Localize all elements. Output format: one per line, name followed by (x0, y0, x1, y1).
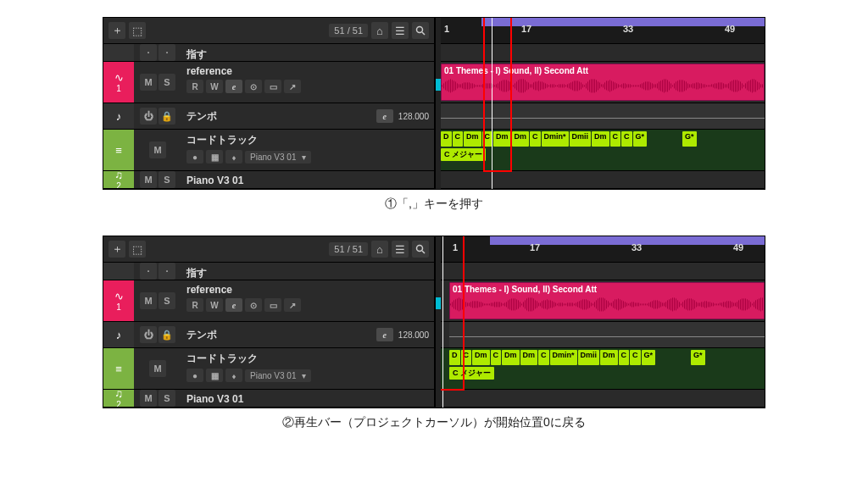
write-button[interactable]: W (206, 80, 223, 93)
power-button[interactable]: ⏻ (140, 108, 157, 125)
track-row-piano[interactable]: ♫2 MS Piano V3 01 (103, 171, 434, 189)
tempo-clip[interactable] (441, 103, 765, 129)
lane-tempo[interactable] (441, 103, 765, 130)
mute-button[interactable]: M (140, 74, 157, 91)
record-button[interactable]: ● (186, 150, 203, 164)
list-icon[interactable]: ☰ (392, 241, 409, 258)
add-track-button[interactable]: ＋ (108, 22, 125, 39)
chord-event[interactable]: Dmin* (542, 131, 569, 147)
tempo-value[interactable]: 128.000 (398, 112, 429, 121)
solo-button[interactable]: S (159, 74, 175, 91)
send-button[interactable]: ↗ (284, 80, 301, 93)
add-track-button[interactable]: ＋ (108, 241, 125, 258)
lane-reference[interactable]: 01 Themes - I) Sound, II) Second Att (441, 62, 765, 103)
chord-event[interactable]: Dm (472, 350, 490, 365)
chord-event[interactable]: C (538, 350, 549, 365)
scale-label[interactable]: C メジャー (441, 148, 486, 161)
read-button[interactable]: R (186, 80, 203, 93)
chord-event[interactable]: Dm (520, 350, 538, 365)
search-button[interactable] (412, 22, 429, 39)
chord-event[interactable]: Dm (464, 131, 481, 147)
chord-event[interactable]: Dm (512, 131, 530, 147)
chord-event[interactable]: C (619, 350, 630, 365)
folder-button[interactable]: ⬚ (129, 241, 146, 258)
lane-reference[interactable]: 01 Themes - I) Sound, II) Second Att (441, 280, 765, 322)
grid-button[interactable]: ▦ (206, 150, 223, 164)
lane-chord[interactable]: DCDmCDmDmCDmin*DmiiDmCCG*G* C メジャー (441, 348, 765, 390)
chord-event[interactable]: C (621, 131, 632, 147)
lane-piano[interactable] (441, 171, 765, 189)
insert-button[interactable]: ⊙ (245, 80, 262, 93)
scale-label[interactable]: C メジャー (449, 367, 494, 380)
chord-event[interactable]: Dm (493, 131, 511, 147)
ruler[interactable]: 1 17 33 49 (441, 18, 765, 44)
keys-icon: ♫ (114, 390, 123, 400)
arrange-area[interactable]: 1 17 33 49 01 Themes - I) Sound, II) Sec… (441, 236, 765, 408)
mute-button[interactable]: M (140, 171, 157, 188)
home-icon[interactable]: ⌂ (371, 22, 388, 39)
search-icon (415, 244, 426, 254)
track-header[interactable]: ♪ (103, 103, 134, 129)
lane[interactable] (441, 44, 765, 62)
audio-clip[interactable]: 01 Themes - I) Sound, II) Second Att (449, 282, 765, 319)
eq-button[interactable]: ▭ (264, 80, 281, 93)
track-row-chord[interactable]: ≡ M コードトラック ● ▦ ⬧ Piano V3 01▾ (103, 348, 434, 390)
track-row-tempo[interactable]: ♪ ⏻🔒 テンポ e 128.000 (103, 322, 434, 348)
audio-clip[interactable]: 01 Themes - I) Sound, II) Second Att (441, 64, 765, 101)
lane-chord[interactable]: DCDmCDmDmCDmin*DmiiDmCCG*G* C メジャー (441, 130, 765, 171)
solo-button[interactable]: S (159, 292, 175, 309)
chord-event[interactable]: Dm (502, 350, 520, 365)
edit-button[interactable]: e (376, 109, 393, 123)
instrument-select[interactable]: Piano V3 01▾ (245, 151, 311, 164)
chord-event[interactable]: G* (633, 131, 648, 147)
lane-tempo[interactable] (441, 322, 765, 348)
search-button[interactable] (412, 241, 429, 258)
bar-marker: 1 (444, 24, 449, 34)
chord-event[interactable]: G* (691, 350, 705, 365)
ruler[interactable]: 1 17 33 49 (441, 236, 765, 263)
mute-button[interactable]: M (140, 292, 157, 309)
chord-event[interactable]: D (449, 350, 460, 365)
track-row-reference[interactable]: ∿1 MS reference R W e ⊙ ▭ ↗ (103, 280, 434, 322)
chord-event[interactable]: Dm (600, 350, 618, 365)
caption-1: ①「,」キーを押す (0, 197, 868, 212)
chord-event[interactable]: C (530, 131, 541, 147)
toolbar: ＋ ⬚ 51 / 51 ⌂ ☰ (103, 18, 434, 44)
mute-button[interactable]: · (140, 44, 157, 61)
chord-event[interactable]: C (610, 131, 621, 147)
mute-button[interactable]: M (149, 141, 166, 158)
track-row-chord[interactable]: ≡ M コードトラック ● ▦ ⬧ Piano V3 01▾ (103, 130, 434, 171)
solo-button[interactable]: · (159, 44, 175, 61)
track-row[interactable]: ·· 指す (103, 44, 434, 62)
track-row[interactable]: ·· 指す (103, 263, 434, 280)
svg-point-2 (417, 246, 423, 252)
track-row-piano[interactable]: ♫2 MS Piano V3 01 (103, 390, 434, 408)
track-row-reference[interactable]: ∿1 MS reference R W e ⊙ ▭ ↗ (103, 62, 434, 103)
arrange-area[interactable]: 1 17 33 49 01 Themes - I) Sound, II) Sec… (441, 18, 765, 189)
chord-event[interactable]: G* (682, 131, 697, 147)
chord-event[interactable]: Dmii (570, 131, 592, 147)
track-header[interactable]: ∿1 (103, 62, 134, 103)
chord-event[interactable]: C (491, 350, 502, 365)
track-header[interactable]: ≡ (103, 130, 134, 170)
chord-event[interactable]: C (453, 131, 464, 147)
chord-event[interactable]: Dmin* (550, 350, 577, 365)
link-button[interactable]: ⬧ (225, 150, 242, 164)
chord-event[interactable]: Dmii (578, 350, 600, 365)
play-cursor[interactable] (442, 236, 443, 408)
folder-button[interactable]: ⬚ (129, 22, 146, 39)
track-name: reference (186, 65, 429, 77)
track-row-tempo[interactable]: ♪ ⏻🔒 テンポ e 128.000 (103, 103, 434, 130)
list-icon[interactable]: ☰ (392, 22, 409, 39)
chord-event[interactable]: C (461, 350, 472, 365)
play-cursor[interactable] (492, 18, 492, 189)
chord-event[interactable]: C (630, 350, 641, 365)
chord-event[interactable]: G* (642, 350, 656, 365)
solo-button[interactable]: S (159, 171, 175, 188)
home-icon[interactable]: ⌂ (371, 241, 388, 258)
lock-button[interactable]: 🔒 (159, 108, 175, 125)
chord-event[interactable]: Dm (592, 131, 609, 147)
track-name: コードトラック (186, 133, 429, 147)
edit-button[interactable]: e (225, 80, 242, 93)
chord-event[interactable]: D (441, 131, 452, 147)
